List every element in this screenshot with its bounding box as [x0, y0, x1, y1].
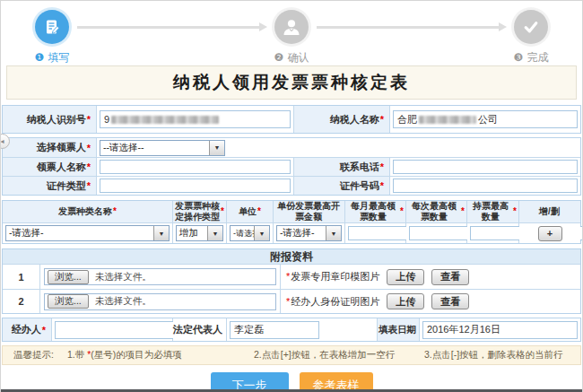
contact-phone-label: 联系电话*	[294, 158, 390, 176]
max-amount-select-value: -请选择-	[277, 227, 326, 240]
invoice-type-verification-page: ❶填写 ❷确认 ❸完成	[0, 0, 583, 392]
step-fill: ❶填写	[31, 10, 73, 65]
dropdown-arrow-icon[interactable]: ▼	[326, 226, 341, 240]
receiver-name-label: 领票人名称*	[3, 158, 97, 176]
step-done-label: ❸完成	[514, 50, 549, 65]
attachment-doc-label: *经办人身份证明图片	[286, 295, 379, 309]
header-pertime-max: 每次最高领票数量*	[406, 201, 467, 222]
tip-1: 1.带 *(星号)的项目为必填项	[67, 349, 254, 362]
taxpayer-id-label: 纳税人识别号*	[3, 106, 97, 133]
operation-type-select-value: 增加	[177, 227, 207, 240]
attachments-header: 附报资料	[3, 249, 580, 265]
cert-type-label: 证件类型*	[3, 177, 97, 195]
step-connector-arrow	[317, 26, 499, 29]
upload-button[interactable]: 上传	[387, 269, 424, 285]
agent-input[interactable]	[55, 321, 191, 339]
file-name-text: 未选择文件。	[95, 295, 152, 308]
taxpayer-id-input[interactable]: 9	[100, 110, 291, 128]
dropdown-arrow-icon[interactable]: ▼	[207, 226, 222, 240]
browse-button[interactable]: 浏览...	[48, 270, 89, 284]
required-mark: *	[87, 180, 91, 191]
tips-label: 温馨提示:	[13, 349, 67, 362]
header-unit: 单位*	[227, 201, 274, 222]
required-mark: *	[380, 114, 384, 125]
required-mark: *	[87, 114, 91, 125]
footer-info-row: 经办人* 法定代表人 李定磊 填表日期 2016年12月16日	[2, 318, 581, 342]
step-confirm: ❷确认	[271, 10, 312, 65]
taxpayer-info-section: 纳税人识别号* 9 纳税人名称* 合肥 公司	[2, 105, 581, 134]
redacted-taxpayer-id	[111, 116, 219, 124]
taxpayer-name-prefix: 合肥	[397, 113, 417, 126]
view-button[interactable]: 查看	[431, 269, 469, 285]
unit-select[interactable]: -请选择- ▼	[230, 225, 270, 241]
receiver-select[interactable]: --请选择-- ▼	[100, 140, 225, 156]
dropdown-arrow-icon[interactable]: ▼	[153, 226, 169, 240]
attachment-doc-label: *发票专用章印模图片	[286, 270, 379, 283]
view-button[interactable]: 查看	[431, 293, 469, 309]
step-3-number: ❸	[514, 51, 524, 64]
tip-3: 3.点击[-]按钮，删除表格的当前行	[424, 349, 563, 362]
taxpayer-name-suffix: 公司	[478, 113, 498, 126]
taxpayer-name-label: 纳税人名称*	[294, 106, 390, 133]
dropdown-arrow-icon[interactable]: ▼	[254, 226, 269, 240]
taxpayer-id-visible-prefix: 9	[104, 114, 109, 125]
form-title-bar: 纳税人领用发票票种核定表	[6, 65, 577, 100]
step-2-text: 确认	[287, 51, 309, 64]
taxpayer-name-input[interactable]: 合肥 公司	[393, 110, 578, 128]
required-mark: *	[87, 161, 91, 172]
agent-label: 经办人*	[3, 318, 52, 341]
contact-phone-input[interactable]	[393, 160, 578, 174]
invoice-type-select[interactable]: -请选择- ▼	[5, 225, 170, 241]
fill-date-field: 2016年12月16日	[422, 321, 578, 339]
step-1-number: ❶	[35, 51, 45, 64]
receiver-select-value: --请选择--	[100, 142, 209, 154]
upload-button[interactable]: 上传	[387, 293, 424, 309]
required-mark: *	[87, 143, 91, 153]
attachment-row-number: 2	[3, 290, 40, 313]
edit-document-icon	[35, 10, 69, 44]
required-mark: *	[380, 161, 384, 172]
page-title: 纳税人领用发票票种核定表	[173, 71, 410, 94]
step-1-text: 填写	[48, 51, 69, 64]
invoice-type-table: 发票种类名称* 发票票种核定操作类型* 单位* 单份发票最高开票金额 每月最高领…	[2, 200, 581, 244]
step-done: ❸完成	[510, 10, 552, 65]
browse-button[interactable]: 浏览...	[48, 294, 89, 309]
attachments-section: 附报资料 1 浏览... 未选择文件。 *发票专用章印模图片 上传 查看 2 浏…	[2, 248, 581, 314]
header-operation-type: 发票票种核定操作类型*	[173, 201, 227, 222]
header-monthly-max: 每月最高领票数量*	[345, 201, 406, 222]
header-invoice-type: 发票种类名称*	[3, 201, 173, 222]
legal-rep-field: 李定磊	[230, 321, 319, 339]
step-3-text: 完成	[526, 51, 548, 64]
step-connector-arrow	[77, 26, 259, 29]
attachment-row-number: 1	[3, 265, 40, 289]
cert-type-input[interactable]	[100, 179, 291, 193]
max-amount-select[interactable]: -请选择- ▼	[276, 225, 342, 241]
file-name-text: 未选择文件。	[95, 271, 152, 283]
tip-2: 2.点击[+]按钮，在表格增加一空行	[254, 349, 424, 362]
step-2-number: ❷	[274, 51, 284, 64]
file-input-seal[interactable]: 浏览... 未选择文件。	[44, 268, 276, 285]
file-input-identity[interactable]: 浏览... 未选择文件。	[44, 293, 276, 310]
header-add-delete: 增/删	[519, 201, 580, 222]
redacted-taxpayer-name	[419, 116, 476, 124]
check-icon	[514, 10, 548, 44]
receiver-name-input[interactable]	[100, 160, 291, 174]
receiver-section: ◂ 选择领票人* --请选择-- ▼ 领票人名称* 联系电话*	[2, 137, 581, 196]
person-icon	[274, 10, 309, 44]
header-max-amount: 单份发票最高开票金额	[274, 201, 345, 222]
step-fill-label: ❶填写	[35, 50, 70, 65]
step-confirm-label: ❷确认	[274, 50, 309, 65]
progress-steps: ❶填写 ❷确认 ❸完成	[1, 1, 582, 62]
required-mark: *	[42, 325, 46, 335]
unit-select-value: -请选择-	[231, 228, 254, 240]
receiver-select-label: 选择领票人*	[3, 138, 97, 157]
operation-type-select[interactable]: 增加 ▼	[176, 225, 223, 241]
cert-no-input[interactable]	[393, 179, 578, 193]
cert-no-label: 证件号码*	[294, 177, 390, 195]
dropdown-arrow-icon[interactable]: ▼	[209, 141, 224, 155]
tips-bar: 温馨提示: 1.带 *(星号)的项目为必填项 2.点击[+]按钮，在表格增加一空…	[2, 345, 581, 365]
add-row-button[interactable]: +	[538, 226, 562, 241]
legal-rep-label: 法定代表人	[173, 318, 227, 341]
required-mark: *	[380, 180, 384, 191]
header-holding-max: 持票最高数量*	[467, 201, 519, 222]
